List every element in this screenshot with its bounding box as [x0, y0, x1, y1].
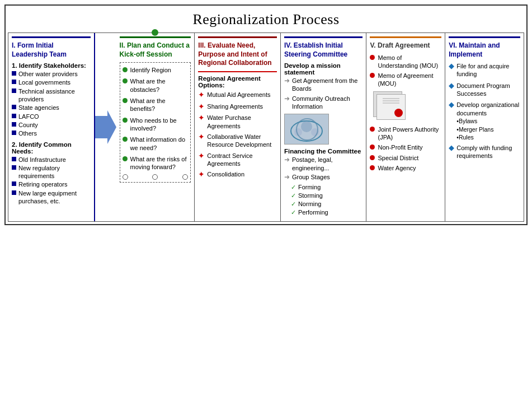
list-item: ✓Forming	[291, 183, 363, 191]
list-item: New large equipment purchases, etc.	[12, 189, 91, 206]
list-item: ✦Sharing Agreements	[198, 103, 277, 111]
list-item: ✦Collaborative Water Resource Developmen…	[198, 133, 277, 149]
col5-header: V. Draft Agreement	[370, 41, 441, 50]
col2-bar	[120, 36, 191, 38]
red-dot-icon	[370, 127, 375, 132]
kickoff-list: Identify Region What are the obstacles? …	[123, 66, 189, 171]
list-item: State agencies	[12, 104, 91, 111]
star-icon: ✦	[198, 113, 205, 123]
star-icon: ✦	[198, 170, 205, 179]
col2-header: II. Plan and Conduct a Kick-off Session	[120, 41, 191, 59]
list-item: ✓Performing	[291, 208, 363, 216]
list-item: Other water providers	[12, 70, 91, 78]
main-container: Regionalization Process I. Form Initial …	[4, 4, 528, 225]
circle-decoration	[182, 174, 188, 180]
document-image	[372, 91, 411, 122]
arrow-icon: ➜	[284, 77, 290, 86]
list-item: Bylaws	[456, 118, 493, 125]
list-item: LAFCO	[12, 113, 91, 120]
list-item: Merger Plans	[456, 126, 493, 134]
diamond-icon: ◆	[449, 62, 454, 71]
diamond-icon: ◆	[449, 81, 454, 90]
red-dot-icon	[370, 55, 375, 60]
list-item: What are the obstacles?	[123, 77, 189, 94]
list-item: ✦Mutual Aid Agreements	[198, 91, 277, 100]
red-dot-icon	[370, 165, 375, 170]
doc-line	[383, 103, 399, 104]
star-icon: ✦	[198, 102, 205, 111]
list-item: Local governments	[12, 78, 91, 86]
column-3: III. Evaluate Need, Purpose and Intent o…	[195, 33, 281, 221]
arrow-icon: ➜	[284, 173, 290, 182]
list-item: Identify Region	[123, 66, 189, 74]
list-item: Memo of Agreement (MOU)	[370, 72, 441, 88]
agreement-options-list: ✦Mutual Aid Agreements ✦Sharing Agreemen…	[198, 91, 277, 179]
doc-front	[376, 94, 406, 120]
list-item: Technical assistance providers	[12, 87, 91, 104]
square-icon	[12, 114, 16, 118]
green-dot-icon	[123, 137, 128, 142]
list-item: Special District	[370, 154, 441, 162]
arrow-connector	[95, 33, 116, 221]
red-dot-icon	[370, 73, 375, 78]
column-2: II. Plan and Conduct a Kick-off Session …	[116, 33, 195, 221]
square-icon	[12, 165, 16, 170]
col1-header: I. Form Initial Leadership Team	[12, 41, 91, 59]
list-item: ◆File for and acquire funding	[449, 62, 520, 78]
draft-agreement-list-2: Joint Powers Authority (JPA) Non-Profit …	[370, 125, 441, 172]
square-icon	[12, 157, 16, 161]
doc-line	[383, 100, 399, 101]
col3-bar	[198, 36, 277, 38]
list-item: What information do we need?	[123, 136, 189, 152]
org-docs-sublist: Bylaws Merger Plans Rules	[449, 118, 493, 142]
draft-agreement-list: Memo of Understanding (MOU) Memo of Agre…	[370, 54, 441, 88]
mission-label: Develop a mission statement	[284, 62, 363, 76]
col1-bar	[12, 36, 91, 38]
check-icon: ✓	[291, 192, 296, 199]
blue-arrow-icon	[95, 110, 116, 144]
list-item: Memo of Understanding (MOU)	[370, 54, 441, 70]
circle-decoration	[152, 174, 158, 180]
list-item: Retiring operators	[12, 180, 91, 188]
doc-seal	[394, 109, 403, 117]
square-icon	[12, 122, 16, 127]
diamond-icon: ◆	[449, 100, 454, 109]
square-icon	[12, 105, 16, 109]
column-6: VI. Maintain and Implement ◆File for and…	[445, 33, 524, 221]
column-5: V. Draft Agreement Memo of Understanding…	[366, 33, 445, 221]
green-top-dot	[152, 29, 158, 36]
col6-bar	[449, 36, 520, 38]
list-item: Non-Profit Entity	[370, 143, 441, 151]
mission-list: ➜Get Agreement from the Boards ➜Communit…	[284, 77, 363, 110]
column-4: IV. Establish Initial Steering Committee…	[281, 33, 367, 221]
doc-line	[383, 98, 399, 99]
column-1: I. Form Initial Leadership Team 1. Ident…	[8, 33, 95, 221]
list-item: ✓Storming	[291, 192, 363, 199]
red-dot-icon	[370, 145, 375, 150]
list-item: County	[12, 121, 91, 129]
check-icon: ✓	[291, 208, 296, 216]
list-item: ◆ Develop organizational documents Bylaw…	[449, 101, 520, 143]
columns-wrapper: I. Form Initial Leadership Team 1. Ident…	[8, 32, 524, 222]
list-item: ➜Community Outreach Information	[284, 95, 363, 111]
col6-header: VI. Maintain and Implement	[449, 41, 520, 59]
common-needs-list: Old Infrastructure New regulatory requir…	[12, 156, 91, 206]
green-dot-icon	[123, 67, 128, 72]
financing-label: Financing the Committee	[284, 148, 363, 155]
arrow-icon: ➜	[284, 95, 290, 104]
red-dot-icon	[370, 155, 375, 160]
list-item: ◆Comply with funding requirements	[449, 144, 520, 160]
list-item: Others	[12, 129, 91, 137]
col5-bar	[370, 36, 441, 38]
col4-header: IV. Establish Initial Steering Committee	[284, 41, 363, 59]
section-2-title: 2. Identify Common Needs:	[12, 141, 91, 155]
list-item: ◆Document Program Successes	[449, 82, 520, 98]
list-item: What are the risks of moving forward?	[123, 155, 189, 171]
check-icon: ✓	[291, 200, 296, 208]
list-item: Rules	[456, 134, 493, 142]
square-icon	[12, 80, 16, 84]
page-title: Regionalization Process	[8, 8, 524, 32]
green-dot-icon	[123, 78, 128, 83]
list-item: ➜Get Agreement from the Boards	[284, 77, 363, 93]
col3-header: III. Evaluate Need, Purpose and Intent o…	[198, 41, 277, 68]
